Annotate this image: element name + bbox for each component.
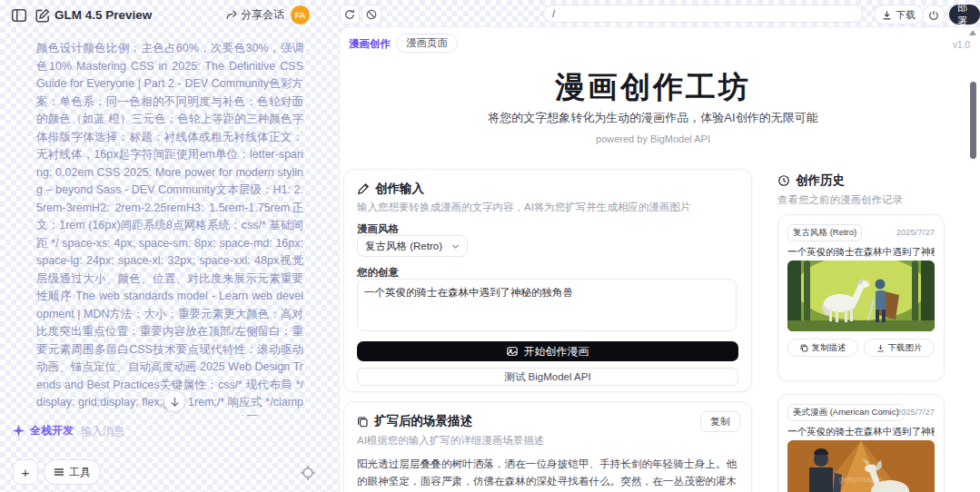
start-creation-button[interactable]: 开始创作漫画	[357, 341, 738, 361]
history-image-retro	[787, 261, 935, 331]
scroll-down-icon	[170, 397, 180, 407]
copy-icon	[800, 344, 808, 352]
crosshair-icon	[300, 465, 316, 481]
document-icon	[357, 416, 369, 428]
refresh-preview-button[interactable]	[340, 5, 360, 25]
version-label: v1.0	[934, 40, 970, 50]
menu-icon	[54, 467, 64, 477]
share-session-button[interactable]: 分享会话	[225, 7, 284, 23]
test-api-label: 测试 BigModel API	[504, 370, 590, 384]
chevron-down-icon	[451, 242, 460, 251]
copy-label: 复制	[710, 415, 730, 428]
deploy-label: 部署	[957, 1, 972, 28]
publish-toggle-button[interactable]	[923, 5, 945, 26]
style-badge: 美式漫画 (American Comic)	[787, 404, 905, 421]
tab-comic-create[interactable]: 漫画创作	[349, 37, 391, 51]
tools-label: 工具	[69, 465, 91, 480]
avatar[interactable]: FA	[291, 5, 310, 25]
watermark-text: gettyimages	[839, 475, 884, 484]
download-image-button[interactable]: 下载图片	[864, 339, 935, 357]
refresh-icon	[344, 9, 355, 20]
power-icon	[928, 10, 939, 21]
image-icon	[507, 346, 518, 357]
message-input[interactable]	[79, 424, 246, 438]
history-text: 一个英俊的骑士在森林中遇到了神秘的独角兽	[787, 246, 935, 259]
chat-stream-text: 颜色设计颜色比例：主色占60%，次要色30%，强调色10% Mastering …	[36, 40, 303, 416]
tab-label: 漫画页面	[406, 36, 448, 50]
copy-button[interactable]: 复制	[700, 411, 740, 432]
test-api-button[interactable]: 测试 BigModel API	[357, 368, 738, 386]
scroll-to-bottom-button[interactable]	[163, 390, 185, 412]
download-image-label: 下载图片	[888, 342, 923, 354]
input-card-desc: 输入您想要转换成漫画的文字内容，AI将为您扩写并生成相应的漫画图片	[357, 201, 690, 214]
sparkle-icon	[13, 425, 25, 437]
page-title: 漫画创作工坊	[340, 67, 966, 108]
style-select[interactable]: 复古风格 (Retro)	[357, 235, 468, 257]
download-button[interactable]: 下载	[874, 5, 924, 25]
pen-icon	[357, 182, 370, 195]
scrollbar-thumb[interactable]	[970, 82, 976, 159]
new-chat-icon[interactable]	[35, 7, 51, 24]
expand-card-title: 扩写后的场景描述	[374, 413, 472, 429]
idea-label: 您的创意	[357, 266, 399, 280]
block-icon	[366, 9, 377, 20]
input-card-title: 创作输入	[375, 181, 424, 197]
deploy-button[interactable]: 部署	[949, 5, 980, 25]
history-image-american: gettyimages	[787, 440, 935, 492]
mode-chip[interactable]: 全栈开发	[30, 423, 74, 438]
avatar-text: FA	[295, 11, 306, 20]
copy-description-button[interactable]: 复制描述	[787, 339, 858, 357]
url-path: /	[552, 8, 555, 19]
scrollbar-up-icon[interactable]	[969, 30, 976, 35]
download-icon	[882, 10, 892, 20]
expanded-scene-card: 扩写后的场景描述 复制 AI根据您的输入扩写的详细漫画场景描述 阳光透过层层叠叠…	[343, 401, 752, 492]
idea-textarea[interactable]: 一个英俊的骑士在森林中遇到了神秘的独角兽	[357, 279, 737, 331]
select-element-button[interactable]	[300, 465, 316, 481]
left-panel: GLM 4.5 Preview 分享会话 FA 颜色设计颜色比例：主色占60%，…	[0, 0, 338, 492]
add-attachment-button[interactable]: +	[13, 459, 38, 485]
history-title: 创作历史	[796, 172, 845, 189]
composer[interactable]: 全栈开发	[13, 423, 246, 438]
sidebar-toggle-icon[interactable]	[11, 7, 27, 24]
tab-comic-page[interactable]: 漫画页面	[396, 34, 458, 53]
powered-by: powered by BigModel API	[340, 133, 966, 144]
creation-input-card: 创作输入 输入您想要转换成漫画的文字内容，AI将为您扩写并生成相应的漫画图片 漫…	[343, 169, 752, 392]
copy-description-label: 复制描述	[812, 342, 846, 354]
expanded-scene-text: 阳光透过层层叠叠的树叶洒落，洒在一位身披铠甲、手持长剑的年轻骑士身上。他的眼神坚…	[357, 456, 737, 492]
session-title: GLM 4.5 Preview	[54, 8, 152, 22]
history-desc: 查看您之前的漫画创作记录	[777, 193, 903, 207]
history-item[interactable]: 美式漫画 (American Comic) 2025/7/27 一个英俊的骑士在…	[777, 394, 945, 492]
history-header: 创作历史	[777, 172, 845, 189]
history-date: 2025/7/27	[896, 227, 935, 237]
style-badge: 复古风格 (Retro)	[787, 224, 862, 241]
tools-button[interactable]: 工具	[44, 459, 101, 485]
download-label: 下载	[896, 8, 916, 22]
history-date: 2025/7/27	[896, 407, 935, 417]
share-label: 分享会话	[241, 7, 284, 23]
preview-url-bar[interactable]: /	[543, 5, 863, 23]
style-value: 复古风格 (Retro)	[365, 240, 442, 253]
share-icon	[225, 9, 237, 21]
history-text: 一个英俊的骑士在森林中遇到了神秘的独角兽	[787, 426, 935, 438]
download-icon	[876, 344, 885, 352]
expand-card-desc: AI根据您的输入扩写的详细漫画场景描述	[357, 434, 544, 448]
style-label: 漫画风格	[357, 222, 399, 236]
plus-icon: +	[22, 465, 30, 480]
start-creation-label: 开始创作漫画	[524, 344, 589, 359]
history-icon	[777, 174, 790, 187]
page-subtitle: 将您的文字想象转化为生动的漫画作品，体验AI创作的无限可能	[340, 110, 966, 126]
disable-preview-button[interactable]	[361, 5, 381, 25]
history-item[interactable]: 复古风格 (Retro) 2025/7/27 一个英俊的骑士在森林中遇到了神秘的…	[777, 214, 945, 381]
